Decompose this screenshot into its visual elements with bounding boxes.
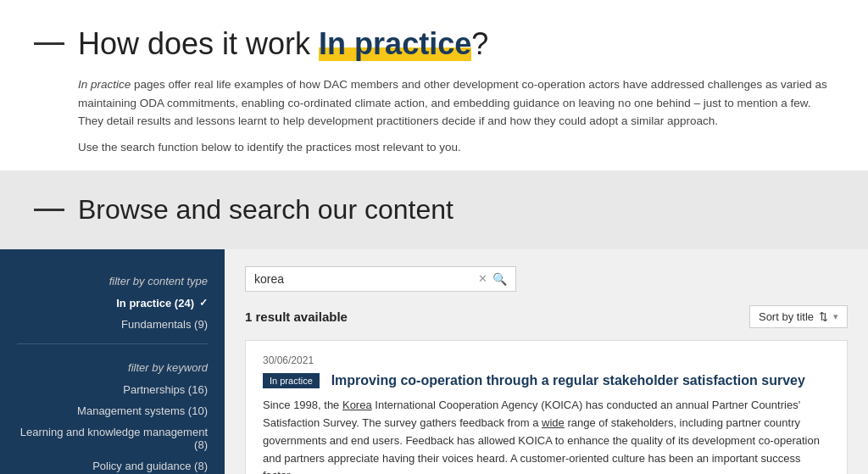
chevron-down-icon: ▾ — [833, 311, 838, 322]
korea-link[interactable]: Korea — [342, 399, 372, 411]
clear-icon[interactable]: ✕ — [478, 272, 487, 285]
browse-section: Browse and search our content — [0, 170, 868, 249]
hero-dash — [34, 42, 64, 45]
sidebar-item-partnerships[interactable]: Partnerships (16) — [0, 379, 225, 400]
hero-title-highlight: In practice — [319, 26, 471, 61]
sidebar-item-management-systems[interactable]: Management systems (10) — [0, 400, 225, 421]
sidebar-item-partnerships-label: Partnerships (16) — [123, 383, 208, 396]
sidebar-item-policy-guidance[interactable]: Policy and guidance (8) — [0, 455, 225, 474]
hero-section: How does it work In practice? In practic… — [0, 0, 868, 170]
result-tag: In practice — [263, 373, 320, 388]
hero-desc-para1: In practice pages offer real life exampl… — [78, 75, 834, 131]
sidebar-item-fundamentals[interactable]: Fundamentals (9) — [0, 314, 225, 335]
result-body: Since 1998, the Korea International Coop… — [263, 397, 830, 474]
hero-heading: How does it work In practice? — [78, 25, 488, 62]
sidebar-item-policy-guidance-label: Policy and guidance (8) — [92, 460, 208, 472]
sidebar-item-fundamentals-label: Fundamentals (9) — [121, 318, 208, 331]
search-icon[interactable]: 🔍 — [492, 272, 507, 286]
sort-label: Sort by title — [759, 310, 814, 323]
check-icon: ✓ — [199, 297, 208, 309]
sidebar: filter by content type In practice (24) … — [0, 249, 225, 474]
sidebar-divider — [17, 343, 208, 344]
hero-title-row: How does it work In practice? — [34, 25, 834, 62]
filter-type-label: filter by content type — [0, 266, 225, 293]
hero-search-hint: Use the search function below to identif… — [78, 141, 834, 153]
content-area: ✕ 🔍 1 result available Sort by title ⇅ ▾… — [225, 249, 868, 474]
search-input[interactable] — [254, 272, 478, 286]
results-header: 1 result available Sort by title ⇅ ▾ — [245, 305, 848, 328]
hero-title-pre: How does it work — [78, 26, 319, 61]
sidebar-item-in-practice[interactable]: In practice (24) ✓ — [0, 293, 225, 314]
hero-title-post: ? — [471, 26, 488, 61]
browse-dash — [34, 209, 64, 211]
result-date: 30/06/2021 — [263, 354, 830, 366]
sort-arrows-icon: ⇅ — [819, 310, 828, 323]
search-bar[interactable]: ✕ 🔍 — [245, 266, 516, 292]
results-count: 1 result available — [245, 309, 348, 324]
filter-keyword-label: filter by keyword — [0, 353, 225, 379]
sidebar-item-management-label: Management systems (10) — [77, 404, 208, 417]
sort-control[interactable]: Sort by title ⇅ ▾ — [749, 305, 848, 328]
result-title-row: In practice Improving co-operation throu… — [263, 373, 830, 388]
wide-link[interactable]: wide — [542, 416, 565, 429]
browse-heading: Browse and search our content — [78, 194, 453, 226]
hero-desc-text1: pages offer real life examples of how DA… — [78, 78, 827, 127]
hero-description: In practice pages offer real life exampl… — [78, 75, 834, 137]
sidebar-item-learning-label: Learning and knowledge management (8) — [17, 426, 208, 451]
result-card: 30/06/2021 In practice Improving co-oper… — [245, 340, 848, 474]
sidebar-item-learning-knowledge[interactable]: Learning and knowledge management (8) — [0, 421, 225, 455]
result-title[interactable]: Improving co-operation through a regular… — [331, 373, 805, 388]
browse-title-row: Browse and search our content — [34, 194, 453, 226]
in-practice-term: In practice — [78, 78, 131, 91]
main-layout: filter by content type In practice (24) … — [0, 249, 868, 474]
sidebar-item-in-practice-label: In practice (24) — [116, 297, 194, 309]
